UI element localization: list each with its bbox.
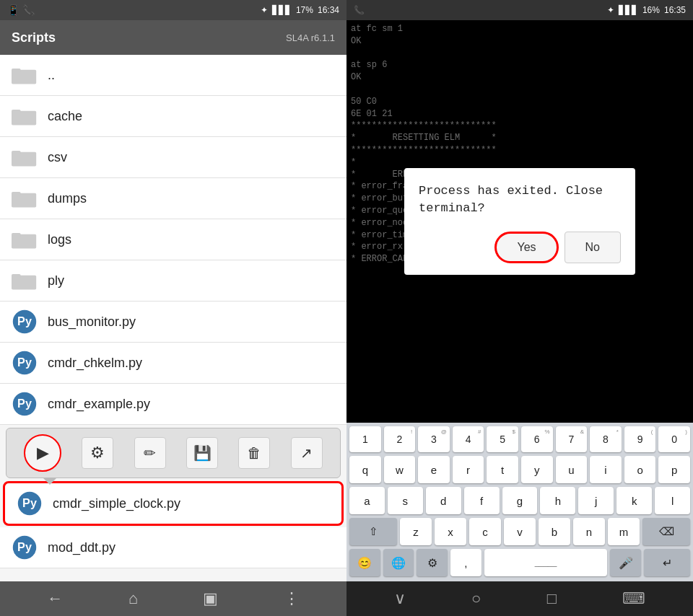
svg-rect-7 xyxy=(12,192,21,195)
svg-text:Py: Py xyxy=(22,496,37,509)
app-title: Scripts xyxy=(12,30,56,45)
keyboard-row-q: q w e r t y u i o p xyxy=(348,455,692,484)
settings-button[interactable]: ⚙ xyxy=(82,437,113,469)
key-b[interactable]: b xyxy=(539,518,570,545)
key-d[interactable]: d xyxy=(426,487,461,514)
folder-icon xyxy=(12,268,38,294)
key-9[interactable]: (9 xyxy=(624,426,656,452)
list-item[interactable]: logs xyxy=(0,219,346,260)
key-l[interactable]: l xyxy=(655,487,690,514)
yes-button[interactable]: Yes xyxy=(494,232,558,263)
mic-key[interactable]: 🎤 xyxy=(610,549,641,576)
list-item[interactable]: Py cmdr_simple_clock.py xyxy=(3,481,344,526)
key-t[interactable]: t xyxy=(487,456,518,483)
key-c[interactable]: c xyxy=(469,518,501,545)
list-item[interactable]: Py cmdr_example.py xyxy=(0,384,346,425)
key-a[interactable]: a xyxy=(349,487,385,514)
key-4[interactable]: #4 xyxy=(453,426,484,452)
home-button-right[interactable]: ○ xyxy=(471,589,481,608)
key-6[interactable]: %6 xyxy=(521,426,553,452)
key-z[interactable]: z xyxy=(400,518,432,545)
key-7[interactable]: &7 xyxy=(556,426,588,452)
key-s[interactable]: s xyxy=(388,487,423,514)
battery-left: 17% xyxy=(296,5,313,15)
key-y[interactable]: y xyxy=(521,456,553,483)
file-name: .. xyxy=(48,68,55,83)
emoji-key[interactable]: 😊 xyxy=(349,549,380,576)
key-k[interactable]: k xyxy=(616,487,652,514)
back-button[interactable]: ← xyxy=(47,589,63,608)
key-j[interactable]: j xyxy=(578,487,614,514)
key-0[interactable]: )0 xyxy=(658,426,690,452)
list-item[interactable]: dumps xyxy=(0,178,346,219)
svg-text:Py: Py xyxy=(17,540,32,553)
key-g[interactable]: g xyxy=(502,487,538,514)
key-n[interactable]: n xyxy=(573,518,605,545)
key-3[interactable]: @3 xyxy=(418,426,450,452)
phone-icon-right: 📞 xyxy=(354,5,365,15)
file-name: cmdr_example.py xyxy=(48,397,150,412)
key-i[interactable]: i xyxy=(590,456,622,483)
space-key[interactable]: _____ xyxy=(484,549,608,576)
edit-button[interactable]: ✏ xyxy=(134,437,166,469)
app-header: Scripts SL4A r6.1.1 xyxy=(0,20,346,55)
list-item[interactable]: cache xyxy=(0,96,346,137)
list-item[interactable]: ply xyxy=(0,260,346,302)
python-icon: Py xyxy=(12,309,38,335)
shift-key[interactable]: ⇧ xyxy=(349,518,397,545)
key-h[interactable]: h xyxy=(540,487,575,514)
dialog-buttons: Yes No xyxy=(419,232,621,263)
no-button[interactable]: No xyxy=(565,232,621,263)
file-name: cmdr_chkelm.py xyxy=(48,356,142,371)
list-item[interactable]: Py cmdr_chkelm.py xyxy=(0,343,346,384)
keyboard-button-right[interactable]: ⌨ xyxy=(622,589,645,608)
save-button[interactable]: 💾 xyxy=(186,437,218,469)
globe-key[interactable]: 🌐 xyxy=(383,549,414,576)
file-name: mod_ddt.py xyxy=(48,540,116,555)
svg-rect-5 xyxy=(12,151,21,154)
recent-button[interactable]: ▣ xyxy=(203,589,218,608)
svg-rect-11 xyxy=(12,274,21,278)
key-p[interactable]: p xyxy=(658,456,690,483)
list-item[interactable]: Py bus_monitor.py xyxy=(0,302,346,343)
key-o[interactable]: o xyxy=(624,456,656,483)
recent-button-right[interactable]: □ xyxy=(547,589,557,608)
folder-icon xyxy=(12,62,38,88)
python-icon: Py xyxy=(12,534,38,560)
key-8[interactable]: *8 xyxy=(590,426,622,452)
svg-text:Py: Py xyxy=(17,397,32,410)
settings-key[interactable]: ⚙ xyxy=(417,549,448,576)
key-u[interactable]: u xyxy=(556,456,588,483)
list-item[interactable]: Py mod_ddt.py xyxy=(0,527,346,568)
list-item[interactable]: csv xyxy=(0,137,346,178)
bluetooth-icon: ✦ xyxy=(261,5,268,15)
gear-icon: ⚙ xyxy=(90,444,105,462)
menu-button[interactable]: ⋮ xyxy=(284,589,300,608)
delete-key[interactable]: ⌫ xyxy=(642,518,690,545)
key-x[interactable]: x xyxy=(435,518,466,545)
comma-key[interactable]: , xyxy=(450,549,481,576)
folder-icon xyxy=(12,185,38,211)
enter-key[interactable]: ↵ xyxy=(644,549,690,576)
back-button-right[interactable]: ∨ xyxy=(394,589,406,608)
bottom-nav-right: ∨ ○ □ ⌨ xyxy=(346,581,693,616)
key-w[interactable]: w xyxy=(384,456,416,483)
delete-button[interactable]: 🗑 xyxy=(238,437,270,469)
key-5[interactable]: $5 xyxy=(487,426,518,452)
run-button[interactable]: ▶ xyxy=(24,434,61,472)
key-m[interactable]: m xyxy=(608,518,640,545)
key-2[interactable]: !2 xyxy=(384,426,416,452)
file-name: dumps xyxy=(48,191,87,206)
home-button[interactable]: ⌂ xyxy=(128,589,138,608)
key-e[interactable]: e xyxy=(418,456,450,483)
key-r[interactable]: r xyxy=(453,456,484,483)
key-q[interactable]: q xyxy=(349,456,381,483)
key-v[interactable]: v xyxy=(504,518,536,545)
dialog-message: Process has exited. Close terminal? xyxy=(419,182,621,217)
key-1[interactable]: 1 xyxy=(349,426,381,452)
key-f[interactable]: f xyxy=(464,487,500,514)
list-item[interactable]: .. xyxy=(0,55,346,96)
python-icon: Py xyxy=(12,391,38,417)
file-name: csv xyxy=(48,150,67,165)
share-button[interactable]: ↗ xyxy=(291,437,323,469)
